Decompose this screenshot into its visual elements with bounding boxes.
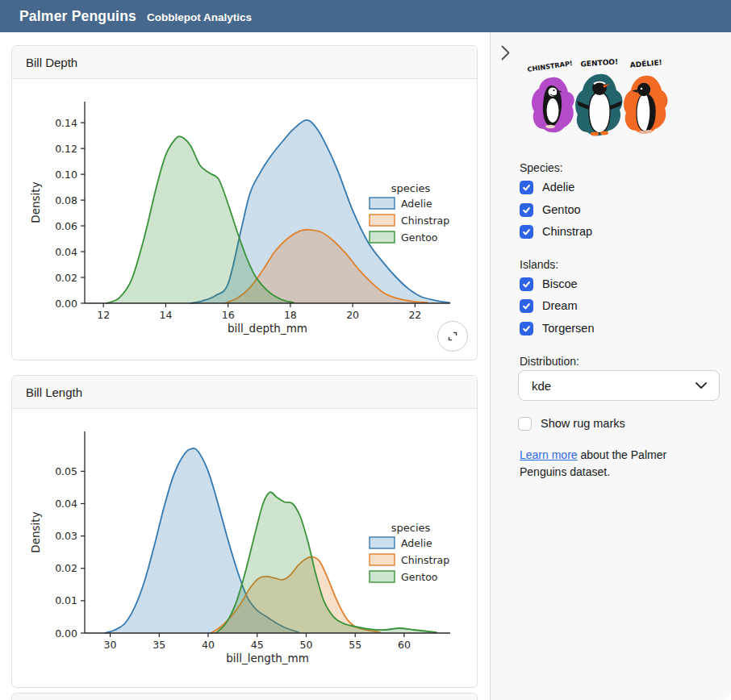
- checkbox-checked-icon[interactable]: [520, 277, 533, 291]
- app-header: Palmer Penguins Cobblepot Analytics: [0, 0, 731, 32]
- expand-corners-icon: [446, 330, 459, 343]
- svg-text:12: 12: [97, 309, 110, 321]
- checkbox-checked-icon[interactable]: [520, 203, 533, 217]
- svg-text:Adelie: Adelie: [401, 537, 432, 549]
- svg-text:Chinstrap: Chinstrap: [401, 554, 449, 566]
- chevron-right-icon: [501, 45, 510, 60]
- bill-depth-chart: 1214161820220.000.020.040.060.080.100.12…: [12, 84, 477, 352]
- species-checkbox-adelie[interactable]: Adelie: [520, 179, 574, 195]
- checkbox-checked-icon[interactable]: [520, 322, 533, 335]
- svg-text:40: 40: [202, 639, 215, 651]
- svg-text:35: 35: [152, 639, 165, 651]
- svg-text:Chinstrap: Chinstrap: [401, 215, 449, 227]
- svg-text:0.05: 0.05: [55, 465, 77, 477]
- island-checkbox-torgersen[interactable]: Torgersen: [520, 320, 594, 336]
- rug-marks-checkbox[interactable]: Show rug marks: [518, 415, 625, 431]
- svg-text:55: 55: [349, 639, 361, 651]
- svg-text:50: 50: [300, 639, 313, 651]
- svg-text:0.04: 0.04: [55, 498, 77, 510]
- checkbox-label: Torgersen: [542, 322, 594, 335]
- card-title-bill-length: Bill Length: [12, 376, 477, 409]
- app-title: Palmer Penguins: [19, 8, 136, 25]
- bill-length-chart: 303540455055600.000.010.020.030.040.05bi…: [12, 414, 477, 681]
- app-subtitle: Cobblepot Analytics: [147, 11, 252, 23]
- species-checkbox-gentoo[interactable]: Gentoo: [520, 202, 581, 218]
- species-checkbox-chinstrap[interactable]: Chinstrap: [520, 223, 592, 240]
- svg-text:0.04: 0.04: [55, 246, 77, 258]
- svg-text:60: 60: [398, 639, 411, 651]
- island-checkbox-dream[interactable]: Dream: [520, 298, 578, 314]
- svg-text:22: 22: [408, 309, 421, 321]
- card-bill-depth: Bill Depth 1214161820220.000.020.040.060…: [11, 45, 478, 360]
- svg-text:0.01: 0.01: [55, 594, 77, 606]
- artwork-label-chinstrap: CHINSTRAP!: [527, 59, 573, 73]
- card-bill-length: Bill Length 303540455055600.000.010.020.…: [11, 375, 478, 688]
- distribution-select-value: kde: [532, 379, 551, 393]
- svg-text:0.02: 0.02: [55, 562, 77, 574]
- card-title-bill-depth: Bill Depth: [12, 46, 477, 79]
- chevron-down-icon: [695, 382, 707, 389]
- svg-text:0.08: 0.08: [55, 194, 77, 206]
- svg-text:species: species: [391, 182, 431, 194]
- svg-text:Gentoo: Gentoo: [401, 571, 438, 583]
- svg-text:bill_depth_mm: bill_depth_mm: [228, 322, 307, 335]
- svg-text:Gentoo: Gentoo: [401, 231, 438, 244]
- islands-label: Islands:: [520, 258, 558, 271]
- checkbox-checked-icon[interactable]: [520, 299, 533, 313]
- sidebar: CHINSTRAP! GENTOO! ADÉLIE! Species: Adel…: [490, 32, 731, 700]
- learn-more-link[interactable]: Learn more: [520, 448, 578, 461]
- svg-text:0.06: 0.06: [55, 220, 77, 232]
- svg-text:20: 20: [346, 309, 359, 321]
- checkbox-label: Show rug marks: [541, 417, 625, 430]
- svg-text:0.00: 0.00: [55, 627, 77, 640]
- dataset-footnote: Learn more about the Palmer Penguins dat…: [520, 447, 712, 480]
- checkbox-label: Biscoe: [542, 277, 578, 290]
- svg-text:Density: Density: [29, 511, 42, 552]
- checkbox-label: Adelie: [542, 181, 574, 194]
- checkbox-label: Dream: [542, 299, 578, 312]
- svg-text:0.00: 0.00: [55, 298, 77, 310]
- island-checkbox-biscoe[interactable]: Biscoe: [520, 276, 578, 292]
- distribution-select[interactable]: kde: [518, 370, 720, 401]
- checkbox-unchecked-icon[interactable]: [518, 417, 532, 431]
- svg-text:0.12: 0.12: [55, 143, 77, 155]
- card-partial: [11, 693, 478, 700]
- svg-text:Density: Density: [29, 181, 42, 223]
- svg-text:0.14: 0.14: [55, 117, 77, 129]
- checkbox-label: Chinstrap: [542, 225, 592, 238]
- checkbox-checked-icon[interactable]: [520, 225, 533, 239]
- penguins-artwork-image: CHINSTRAP! GENTOO! ADÉLIE!: [526, 55, 675, 139]
- svg-text:Adelie: Adelie: [401, 198, 432, 210]
- artwork-label-adelie: ADÉLIE!: [629, 57, 662, 69]
- svg-text:0.02: 0.02: [55, 272, 77, 284]
- svg-text:bill_length_mm: bill_length_mm: [226, 652, 309, 665]
- svg-text:18: 18: [284, 309, 297, 321]
- expand-button[interactable]: [437, 321, 468, 352]
- checkbox-checked-icon[interactable]: [520, 181, 533, 194]
- distribution-label: Distribution:: [520, 355, 579, 368]
- svg-text:45: 45: [251, 639, 264, 651]
- svg-text:14: 14: [159, 309, 172, 321]
- artwork-label-gentoo: GENTOO!: [580, 57, 618, 68]
- sidebar-collapse-toggle[interactable]: [501, 44, 517, 61]
- svg-text:16: 16: [222, 309, 235, 321]
- checkbox-label: Gentoo: [542, 203, 581, 216]
- svg-text:0.10: 0.10: [55, 169, 77, 181]
- svg-text:species: species: [391, 522, 431, 534]
- species-label: Species:: [520, 161, 563, 174]
- svg-text:30: 30: [104, 639, 117, 651]
- app-page: Palmer Penguins Cobblepot Analytics Bill…: [0, 0, 731, 700]
- svg-text:0.03: 0.03: [55, 530, 77, 542]
